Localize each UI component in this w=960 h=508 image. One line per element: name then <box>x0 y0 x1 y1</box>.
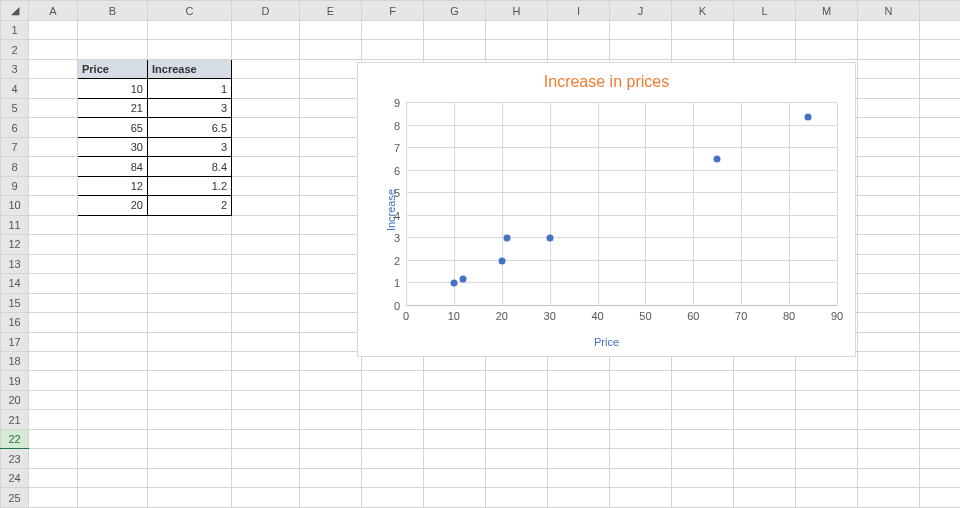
cell-B19[interactable] <box>78 371 148 390</box>
cell-L1[interactable] <box>734 21 796 40</box>
cell-N4[interactable] <box>858 79 920 98</box>
column-header-F[interactable]: F <box>362 1 424 21</box>
cell-D4[interactable] <box>232 79 300 98</box>
cell-D17[interactable] <box>232 332 300 351</box>
cell-D21[interactable] <box>232 410 300 429</box>
cell-F23[interactable] <box>362 449 424 468</box>
cell-N14[interactable] <box>858 274 920 293</box>
row-header-7[interactable]: 7 <box>1 137 29 156</box>
table-cell-increase-0[interactable]: 1 <box>148 79 232 98</box>
cell-H22[interactable] <box>486 429 548 448</box>
cell-N20[interactable] <box>858 390 920 409</box>
cell-D11[interactable] <box>232 215 300 234</box>
cell-A7[interactable] <box>29 137 78 156</box>
column-header-L[interactable]: L <box>734 1 796 21</box>
cell-F2[interactable] <box>362 40 424 59</box>
table-cell-increase-3[interactable]: 3 <box>148 137 232 156</box>
cell-N13[interactable] <box>858 254 920 273</box>
cell-A18[interactable] <box>29 351 78 370</box>
cell-G24[interactable] <box>424 468 486 487</box>
row-21[interactable]: 21 <box>1 410 961 429</box>
row-25[interactable]: 25 <box>1 488 961 508</box>
cell-K22[interactable] <box>672 429 734 448</box>
cell-I1[interactable] <box>548 21 610 40</box>
cell-C20[interactable] <box>148 390 232 409</box>
cell-E19[interactable] <box>300 371 362 390</box>
cell-B15[interactable] <box>78 293 148 312</box>
cell-A4[interactable] <box>29 79 78 98</box>
cell-I22[interactable] <box>548 429 610 448</box>
cell-D22[interactable] <box>232 429 300 448</box>
cell-B11[interactable] <box>78 215 148 234</box>
cell-C23[interactable] <box>148 449 232 468</box>
row-header-4[interactable]: 4 <box>1 79 29 98</box>
cell-F19[interactable] <box>362 371 424 390</box>
cell-E20[interactable] <box>300 390 362 409</box>
row-header-8[interactable]: 8 <box>1 157 29 176</box>
cell-H2[interactable] <box>486 40 548 59</box>
cell-N19[interactable] <box>858 371 920 390</box>
cell-F1[interactable] <box>362 21 424 40</box>
cell-I20[interactable] <box>548 390 610 409</box>
cell-A5[interactable] <box>29 98 78 117</box>
column-header-J[interactable]: J <box>610 1 672 21</box>
cell-D24[interactable] <box>232 468 300 487</box>
cell-A17[interactable] <box>29 332 78 351</box>
cell-C22[interactable] <box>148 429 232 448</box>
row-header-19[interactable]: 19 <box>1 371 29 390</box>
table-cell-price-4[interactable]: 84 <box>78 157 148 176</box>
table-cell-price-0[interactable]: 10 <box>78 79 148 98</box>
cell-H1[interactable] <box>486 21 548 40</box>
cell-C25[interactable] <box>148 488 232 508</box>
cell-G1[interactable] <box>424 21 486 40</box>
cell-A22[interactable] <box>29 429 78 448</box>
cell-D3[interactable] <box>232 59 300 78</box>
cell-D23[interactable] <box>232 449 300 468</box>
cell-N9[interactable] <box>858 176 920 195</box>
cell-E16[interactable] <box>300 313 362 332</box>
row-24[interactable]: 24 <box>1 468 961 487</box>
column-header-E[interactable]: E <box>300 1 362 21</box>
cell-N1[interactable] <box>858 21 920 40</box>
cell-N5[interactable] <box>858 98 920 117</box>
table-cell-increase-2[interactable]: 6.5 <box>148 118 232 137</box>
chart-point-6[interactable] <box>498 257 505 264</box>
cell-D18[interactable] <box>232 351 300 370</box>
row-header-16[interactable]: 16 <box>1 313 29 332</box>
cell-H19[interactable] <box>486 371 548 390</box>
cell-D13[interactable] <box>232 254 300 273</box>
row-header-5[interactable]: 5 <box>1 98 29 117</box>
row-1[interactable]: 1 <box>1 21 961 40</box>
chart-point-0[interactable] <box>450 280 457 287</box>
cell-I21[interactable] <box>548 410 610 429</box>
cell-E12[interactable] <box>300 235 362 254</box>
table-cell-price-6[interactable]: 20 <box>78 196 148 215</box>
chart-x-axis-label[interactable]: Price <box>358 336 855 348</box>
cell-C19[interactable] <box>148 371 232 390</box>
cell-D12[interactable] <box>232 235 300 254</box>
row-header-1[interactable]: 1 <box>1 21 29 40</box>
cell-I2[interactable] <box>548 40 610 59</box>
cell-M24[interactable] <box>796 468 858 487</box>
cell-A9[interactable] <box>29 176 78 195</box>
cell-C16[interactable] <box>148 313 232 332</box>
cell-L21[interactable] <box>734 410 796 429</box>
cell-N3[interactable] <box>858 59 920 78</box>
cell-A25[interactable] <box>29 488 78 508</box>
cell-C2[interactable] <box>148 40 232 59</box>
cell-L2[interactable] <box>734 40 796 59</box>
cell-G25[interactable] <box>424 488 486 508</box>
cell-A21[interactable] <box>29 410 78 429</box>
chart-title[interactable]: Increase in prices <box>358 73 855 91</box>
select-all-corner[interactable]: ◢ <box>1 1 29 21</box>
column-header-I[interactable]: I <box>548 1 610 21</box>
column-header-A[interactable]: A <box>29 1 78 21</box>
table-cell-price-1[interactable]: 21 <box>78 98 148 117</box>
table-cell-price-5[interactable]: 12 <box>78 176 148 195</box>
cell-E2[interactable] <box>300 40 362 59</box>
row-header-12[interactable]: 12 <box>1 235 29 254</box>
cell-L20[interactable] <box>734 390 796 409</box>
cell-B25[interactable] <box>78 488 148 508</box>
cell-J21[interactable] <box>610 410 672 429</box>
cell-B13[interactable] <box>78 254 148 273</box>
